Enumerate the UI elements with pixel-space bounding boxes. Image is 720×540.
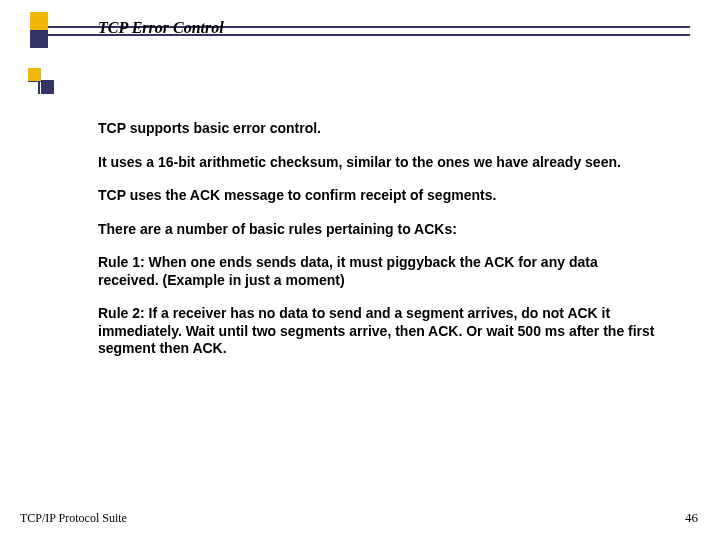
- header-accent-navy: [30, 30, 48, 48]
- page-number: 46: [685, 510, 698, 526]
- body-paragraph: Rule 2: If a receiver has no data to sen…: [98, 305, 660, 358]
- body-paragraph: Rule 1: When one ends sends data, it mus…: [98, 254, 660, 289]
- body-paragraph: TCP uses the ACK message to confirm rece…: [98, 187, 660, 205]
- footer-text: TCP/IP Protocol Suite: [20, 511, 127, 526]
- slide-header: TCP Error Control: [0, 12, 720, 48]
- slide-body: TCP supports basic error control. It use…: [98, 120, 660, 374]
- side-accent-navy: [41, 81, 54, 94]
- body-paragraph: It uses a 16-bit arithmetic checksum, si…: [98, 154, 660, 172]
- slide-title: TCP Error Control: [98, 19, 224, 37]
- body-paragraph: There are a number of basic rules pertai…: [98, 221, 660, 239]
- body-paragraph: TCP supports basic error control.: [98, 120, 660, 138]
- side-accent-yellow: [28, 68, 41, 81]
- header-accent-yellow: [30, 12, 48, 30]
